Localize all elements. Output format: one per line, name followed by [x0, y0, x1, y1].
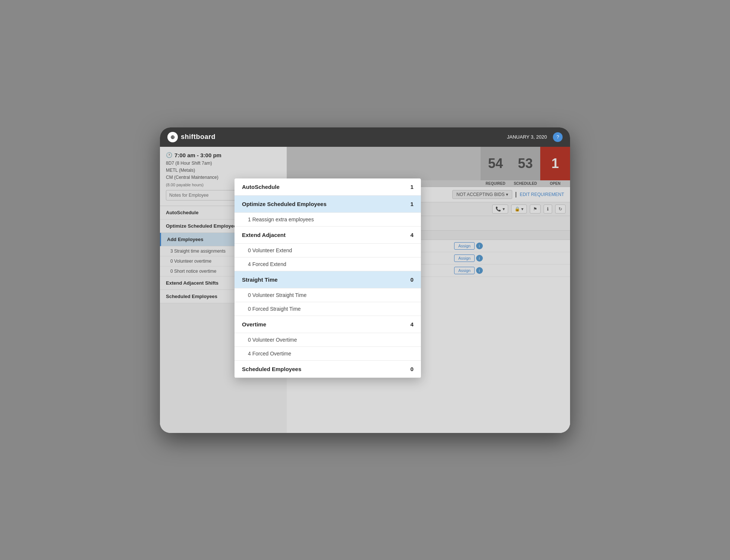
extend-label: Extend Adjacent: [242, 232, 286, 238]
scheduled-employees-label: Scheduled Employees: [242, 366, 301, 372]
dropdown-autoschedule-row[interactable]: AutoSchedule 1: [235, 178, 421, 196]
header-right: JANUARY 3, 2020 ?: [507, 132, 563, 142]
dropdown-extend-row[interactable]: Extend Adjacent 4: [235, 227, 421, 244]
dropdown-scheduled-employees-row[interactable]: Scheduled Employees 0: [235, 361, 421, 378]
header-date: JANUARY 3, 2020: [507, 134, 547, 140]
reassign-label: 1 Reassign extra employees: [248, 216, 314, 222]
forced-ot-label: 4 Forced Overtime: [248, 351, 291, 357]
logo-text: shiftboard: [181, 133, 215, 141]
dropdown-forced-extend-subrow[interactable]: 4 Forced Extend: [235, 257, 421, 271]
optimize-label: Optimize Scheduled Employees: [242, 201, 327, 207]
dropdown-straight-time-row[interactable]: Straight Time 0: [235, 271, 421, 288]
forced-extend-label: 4 Forced Extend: [248, 261, 286, 267]
main-content: 🕐 7:00 am - 3:00 pm 8D7 (8 Hour Shift 7a…: [160, 147, 570, 433]
straight-time-count: 0: [410, 276, 413, 283]
shiftboard-logo-icon: ⊕: [167, 132, 178, 142]
overtime-count: 4: [410, 321, 413, 328]
logo-area: ⊕ shiftboard: [167, 132, 215, 142]
header-bar: ⊕ shiftboard JANUARY 3, 2020 ?: [160, 127, 570, 147]
autoschedule-dropdown[interactable]: AutoSchedule 1 Optimize Scheduled Employ…: [235, 178, 421, 378]
help-button[interactable]: ?: [553, 132, 563, 142]
volunteer-extend-label: 0 Volunteer Extend: [248, 247, 292, 253]
extend-count: 4: [410, 232, 413, 238]
dropdown-volunteer-extend-subrow[interactable]: 0 Volunteer Extend: [235, 244, 421, 257]
dropdown-forced-straight-subrow[interactable]: 0 Forced Straight Time: [235, 302, 421, 316]
dropdown-forced-ot-subrow[interactable]: 4 Forced Overtime: [235, 347, 421, 361]
device-frame: ⊕ shiftboard JANUARY 3, 2020 ? 🕐 7:00 am…: [160, 127, 570, 433]
straight-time-label: Straight Time: [242, 276, 278, 283]
dropdown-volunteer-ot-subrow[interactable]: 0 Volunteer Overtime: [235, 333, 421, 347]
overtime-label: Overtime: [242, 321, 266, 328]
autoschedule-count: 1: [410, 184, 413, 190]
dropdown-reassign-subrow[interactable]: 1 Reassign extra employees: [235, 213, 421, 227]
volunteer-straight-label: 0 Volunteer Straight Time: [248, 292, 306, 298]
forced-straight-label: 0 Forced Straight Time: [248, 306, 301, 312]
volunteer-ot-label: 0 Volunteer Overtime: [248, 337, 297, 343]
scheduled-employees-count: 0: [410, 366, 413, 372]
dropdown-volunteer-straight-subrow[interactable]: 0 Volunteer Straight Time: [235, 288, 421, 302]
autoschedule-label: AutoSchedule: [242, 184, 280, 190]
dropdown-overtime-row[interactable]: Overtime 4: [235, 316, 421, 333]
optimize-count: 1: [410, 201, 413, 207]
dropdown-optimize-row[interactable]: Optimize Scheduled Employees 1: [235, 196, 421, 213]
